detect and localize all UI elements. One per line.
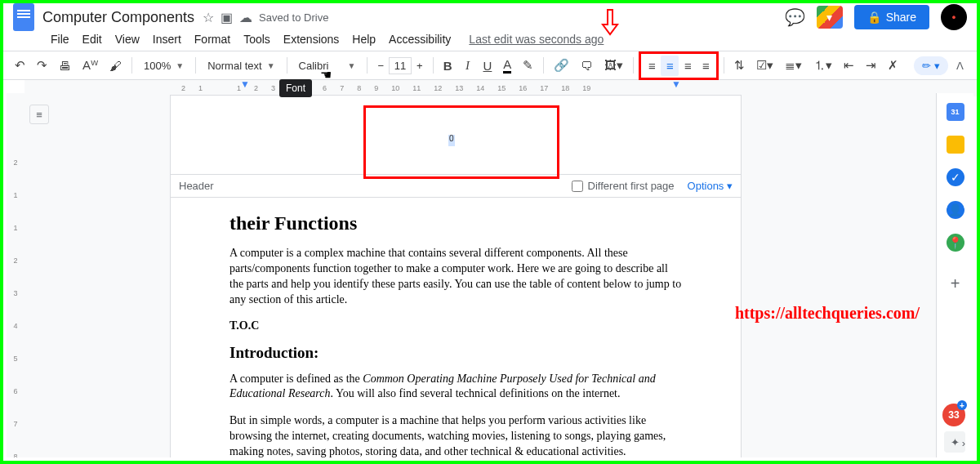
meet-button[interactable]: ▾: [817, 6, 843, 29]
docs-logo-icon[interactable]: [13, 3, 34, 31]
menu-bar: File Edit View Insert Format Tools Exten…: [3, 31, 977, 51]
calendar-icon[interactable]: 31: [947, 103, 964, 121]
menu-extensions[interactable]: Extensions: [283, 33, 339, 46]
notification-badge[interactable]: 33: [942, 404, 965, 426]
comment-history-icon[interactable]: 💬: [785, 7, 805, 27]
header-label: Header: [179, 180, 214, 192]
definition-paragraph[interactable]: A computer is defined as the Common Oper…: [229, 372, 682, 403]
redo-button[interactable]: ↷: [32, 55, 52, 76]
lock-icon: 🔒: [867, 11, 881, 24]
page-header-area[interactable]: [171, 96, 741, 174]
editing-mode-button[interactable]: ✏ ▾: [914, 56, 948, 75]
document-title[interactable]: Computer Components: [42, 9, 194, 26]
insert-image-button[interactable]: 🖼▾: [599, 55, 628, 76]
mouse-cursor-icon: ☚: [320, 67, 332, 83]
zoom-value: 100%: [144, 60, 171, 72]
checklist-button[interactable]: ☑▾: [751, 55, 778, 76]
align-left-button[interactable]: ≡: [643, 56, 661, 76]
annotation-arrow-down-icon: [599, 8, 621, 38]
line-spacing-button[interactable]: ⇅: [729, 55, 750, 76]
right-indent-marker-icon[interactable]: ▼: [671, 78, 681, 90]
insert-link-button[interactable]: 🔗: [549, 55, 574, 76]
document-page[interactable]: Header Different first page Options ▾ th…: [170, 95, 742, 457]
chevron-down-icon: ▼: [176, 61, 184, 70]
simple-words-paragraph[interactable]: But in simple words, a computer is a mac…: [229, 413, 682, 457]
align-justify-button[interactable]: ≡: [697, 56, 715, 76]
font-size-input[interactable]: 11: [389, 57, 412, 74]
show-outline-button[interactable]: ≡: [29, 105, 49, 124]
zoom-select[interactable]: 100% ▼: [137, 57, 190, 74]
intro-paragraph[interactable]: A computer is a complex machine that con…: [229, 246, 682, 308]
heading-introduction[interactable]: Introduction:: [229, 344, 682, 362]
menu-view[interactable]: View: [115, 33, 140, 46]
maps-icon[interactable]: 📍: [947, 234, 964, 252]
bold-button[interactable]: B: [439, 56, 457, 76]
toc-label[interactable]: T.O.C: [229, 319, 682, 332]
print-button[interactable]: 🖶: [54, 56, 76, 76]
add-addon-button[interactable]: +: [951, 274, 960, 293]
bullet-list-button[interactable]: ≣▾: [780, 55, 807, 76]
insert-comment-button[interactable]: 🗨: [576, 56, 598, 76]
document-body[interactable]: their Functions A computer is a complex …: [171, 198, 741, 457]
italic-button[interactable]: I: [458, 56, 476, 76]
watermark-text: https://alltechqueries.com/: [735, 304, 920, 323]
spellcheck-button[interactable]: Aᵂ: [78, 55, 103, 76]
increase-indent-button[interactable]: ⇥: [861, 55, 881, 76]
diff-first-label: Different first page: [588, 180, 675, 192]
text-color-button[interactable]: A: [498, 54, 516, 77]
menu-accessibility[interactable]: Accessibility: [389, 33, 451, 46]
decrease-indent-button[interactable]: ⇤: [839, 55, 859, 76]
contacts-icon[interactable]: 👤: [947, 201, 964, 219]
star-icon[interactable]: ☆: [203, 10, 214, 25]
paint-format-button[interactable]: 🖌: [105, 56, 127, 76]
toolbar: ↶ ↷ 🖶 Aᵂ 🖌 100% ▼ Normal text ▼ Calibri …: [3, 51, 977, 80]
chevron-down-icon: ▼: [348, 61, 356, 70]
heading-functions[interactable]: their Functions: [229, 212, 682, 234]
decrease-font-button[interactable]: −: [372, 57, 389, 74]
font-tooltip: Font: [279, 79, 312, 97]
cloud-saved-icon[interactable]: ☁: [239, 10, 252, 25]
share-label: Share: [886, 11, 916, 24]
menu-format[interactable]: Format: [194, 33, 230, 46]
save-status: Saved to Drive: [259, 11, 328, 24]
paragraph-style-select[interactable]: Normal text ▼: [201, 57, 281, 74]
vertical-ruler[interactable]: 2 1 1 2 3 4 5 6 7 8 9 10: [7, 93, 24, 457]
align-right-button[interactable]: ≡: [679, 56, 697, 76]
side-panel-collapse-icon[interactable]: ›: [962, 437, 965, 449]
collapse-toolbar-button[interactable]: ᐱ: [950, 56, 970, 75]
annotation-box-header: [363, 105, 559, 179]
numbered-list-button[interactable]: ⒈▾: [808, 55, 837, 77]
account-avatar[interactable]: ●: [941, 4, 967, 30]
tasks-icon[interactable]: ✓: [947, 168, 964, 186]
align-center-button[interactable]: ≡: [661, 56, 679, 76]
menu-tools[interactable]: Tools: [243, 33, 270, 46]
style-value: Normal text: [207, 60, 261, 72]
move-folder-icon[interactable]: ▣: [220, 10, 233, 25]
different-first-page-checkbox[interactable]: Different first page: [572, 180, 675, 192]
menu-help[interactable]: Help: [352, 33, 376, 46]
alignment-group-highlight: ≡ ≡ ≡ ≡: [639, 51, 719, 80]
left-indent-marker-icon[interactable]: ▼: [240, 78, 250, 90]
share-button[interactable]: 🔒 Share: [854, 5, 929, 29]
menu-file[interactable]: File: [51, 33, 69, 46]
diff-first-input[interactable]: [572, 181, 583, 192]
chevron-down-icon: ▼: [267, 61, 275, 70]
increase-font-button[interactable]: +: [412, 57, 428, 74]
clear-formatting-button[interactable]: ✗: [883, 55, 903, 76]
undo-button[interactable]: ↶: [10, 55, 30, 76]
menu-edit[interactable]: Edit: [82, 33, 102, 46]
last-edit-link[interactable]: Last edit was seconds ago: [469, 33, 604, 46]
menu-insert[interactable]: Insert: [153, 33, 181, 46]
highlight-button[interactable]: ✎: [518, 55, 538, 76]
underline-button[interactable]: U: [478, 56, 497, 76]
header-options-button[interactable]: Options ▾: [688, 180, 733, 192]
keep-icon[interactable]: [947, 136, 964, 154]
